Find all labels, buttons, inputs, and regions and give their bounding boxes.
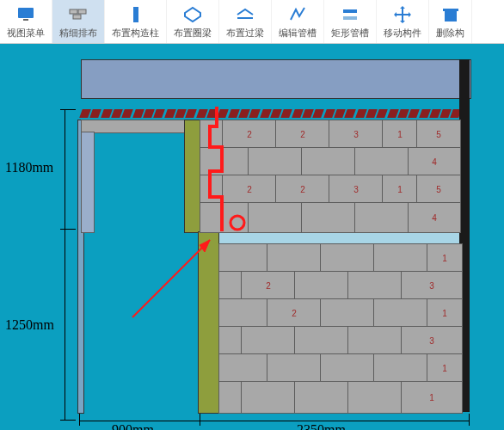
svg-point-10 (230, 216, 244, 230)
svg-rect-1 (23, 19, 28, 21)
dim-width-left: 900mm (112, 422, 154, 430)
ring-beam-label: 布置圈梁 (174, 27, 212, 40)
svg-rect-4 (73, 15, 81, 19)
dim-tick (79, 414, 80, 426)
edit-slot-label: 编辑管槽 (279, 27, 317, 40)
brick-label: 精细排布 (59, 27, 97, 40)
svg-rect-2 (70, 9, 77, 14)
svg-rect-9 (443, 9, 458, 11)
toolbar-edit-slot-button[interactable]: 编辑管槽 (272, 0, 324, 43)
svg-rect-7 (343, 16, 357, 20)
dim-tick (469, 414, 470, 426)
toolbar-monitor-button[interactable]: 视图菜单 (0, 0, 52, 43)
toolbar: 视图菜单精细排布布置构造柱布置圈梁布置过梁编辑管槽矩形管槽移动构件删除构 (0, 0, 504, 44)
drawing-canvas: 1180mm 1250mm 900mm 2350mm 2231542231541… (0, 44, 504, 430)
svg-rect-8 (445, 11, 457, 22)
annotation-markup (81, 59, 470, 412)
svg-marker-12 (200, 240, 210, 252)
svg-rect-3 (78, 9, 86, 14)
dim-vline (65, 109, 65, 421)
toolbar-lintel-button[interactable]: 布置过梁 (219, 0, 272, 43)
svg-rect-5 (133, 7, 138, 22)
dim-tick (60, 229, 76, 230)
dim-bottom-span: 1250mm (5, 317, 54, 333)
toolbar-rect-slot-button[interactable]: 矩形管槽 (324, 0, 377, 43)
toolbar-brick-button[interactable]: 精细排布 (52, 0, 105, 43)
column-label: 布置构造柱 (112, 27, 159, 40)
rect-slot-label: 矩形管槽 (331, 27, 369, 40)
dim-width-right: 2350mm (297, 422, 346, 430)
dim-tick (60, 420, 76, 421)
toolbar-column-button[interactable]: 布置构造柱 (105, 0, 167, 43)
svg-rect-0 (18, 8, 34, 18)
svg-rect-6 (343, 9, 357, 13)
dim-tick (60, 109, 76, 110)
wall-area: 22315422315412321311 (81, 59, 470, 412)
monitor-label: 视图菜单 (7, 27, 45, 40)
lintel-label: 布置过梁 (226, 27, 264, 40)
toolbar-ring-beam-button[interactable]: 布置圈梁 (167, 0, 219, 43)
dim-hline (79, 421, 470, 421)
toolbar-move-button[interactable]: 移动构件 (377, 0, 429, 43)
toolbar-delete-button[interactable]: 删除构 (429, 0, 472, 43)
dim-top-span: 1180mm (5, 160, 53, 175)
svg-line-11 (132, 240, 210, 317)
move-label: 移动构件 (384, 27, 421, 40)
delete-label: 删除构 (436, 27, 464, 40)
dim-tick (200, 414, 200, 426)
